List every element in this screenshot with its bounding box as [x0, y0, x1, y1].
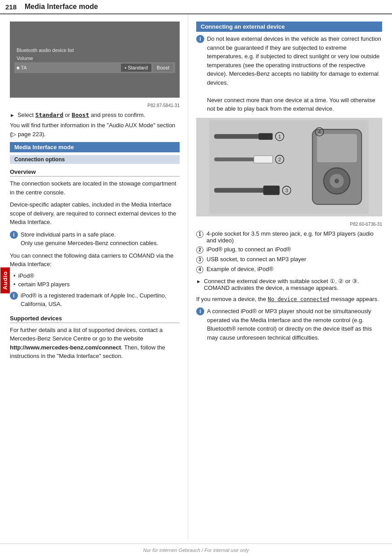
num-item-3-text: USB socket, to connect an MP3 player [207, 256, 306, 263]
overview-para2: Device-specific adapter cables, included… [10, 200, 180, 227]
svg-rect-10 [263, 185, 280, 195]
info-icon-3: i [196, 35, 204, 43]
num-circle-3: 3 [196, 256, 203, 263]
svg-rect-6 [254, 155, 273, 163]
num-circle-2: 2 [196, 246, 203, 254]
menu-row-ta: ■ TA • Standard Boost [14, 62, 175, 73]
svg-text:3: 3 [285, 188, 288, 193]
page-number: 218 [5, 3, 17, 11]
info-box-ipod-trademark: i iPod® is a registered trademark of App… [10, 291, 180, 309]
arrow-icon-1: ► [10, 112, 15, 118]
connect-socket-text: Connect the external device with suitabl… [204, 278, 359, 291]
info-text-1: Store individual parts in a safe place. … [21, 230, 180, 248]
svg-text:4: 4 [318, 129, 321, 134]
info-text-2: iPod® is a registered trademark of Apple… [21, 291, 180, 309]
subsection-header-connection: Connection options [10, 155, 180, 164]
devices-para: For further details and a list of suppor… [10, 326, 180, 361]
right-column: Connecting an external device i Do not l… [188, 14, 392, 541]
connection-image: 1 2 3 [196, 118, 382, 216]
header: 218 Media Interface mode [0, 0, 392, 14]
side-label: Audio [0, 267, 10, 293]
num-circle-1: 1 [196, 231, 203, 238]
num-item-4: 4 Example of device, iPod® [196, 266, 382, 273]
info-text-4: A connected iPod® or MP3 player should n… [207, 307, 382, 342]
header-title: Media Interface mode [25, 3, 98, 11]
svg-text:1: 1 [278, 134, 281, 139]
dot-icon-1: • [13, 272, 16, 279]
screenshot-image: Bluetooth audio device list Volume ■ TA … [10, 22, 180, 98]
bullet-mp3: • certain MP3 players [10, 281, 180, 288]
info-text-3: Do not leave external devices in the veh… [207, 34, 382, 113]
num-circle-4: 4 [196, 266, 203, 273]
numbered-list: 1 4-pole socket for 3.5 mm stereo jack, … [196, 230, 382, 273]
select-text: Select Standard or Boost and press to co… [17, 112, 145, 118]
right-image-caption: P82.60-6736-31 [196, 222, 382, 227]
num-item-1-text: 4-pole socket for 3.5 mm stereo jack, e.… [207, 230, 382, 244]
info-box-store: i Store individual parts in a safe place… [10, 230, 180, 248]
menu-row-volume: Volume [14, 54, 175, 62]
info-icon-4: i [196, 307, 204, 315]
menu-row-bluetooth: Bluetooth audio device list [14, 46, 175, 54]
num-item-3: 3 USB socket, to connect an MP3 player [196, 256, 382, 263]
side-label-container: Audio [0, 17, 10, 543]
footer: Nur für internen Gebrauch / For internal… [0, 543, 392, 556]
info-icon-1: i [10, 231, 18, 239]
bullet-ipod: • iPod® [10, 272, 180, 279]
info-box-no-leave: i Do not leave external devices in the v… [196, 34, 382, 113]
arrow-icon-2: ► [196, 279, 201, 284]
remove-device-para: If you remove a device, the No device co… [196, 295, 382, 304]
arrow-bullet-select: ► Select Standard or Boost and press to … [10, 112, 180, 118]
svg-rect-14 [317, 134, 357, 162]
num-item-1: 1 4-pole socket for 3.5 mm stereo jack, … [196, 230, 382, 244]
section-header-connecting: Connecting an external device [196, 22, 382, 32]
num-item-4-text: Example of device, iPod® [207, 266, 273, 272]
dot-icon-2: • [13, 281, 16, 288]
info-icon-2: i [10, 292, 18, 300]
left-column: Bluetooth audio device list Volume ■ TA … [0, 14, 188, 541]
subheading-supported-devices: Supported devices [10, 315, 180, 323]
left-image-caption: P82.87-5841-31 [10, 103, 180, 108]
section-header-media-interface: Media Interface mode [10, 142, 180, 152]
overview-para1: The connection sockets are located in th… [10, 179, 180, 197]
svg-point-17 [335, 179, 339, 183]
arrow-bullet-connect: ► Connect the external device with suita… [196, 278, 382, 291]
svg-rect-5 [214, 158, 256, 161]
svg-text:2: 2 [278, 157, 281, 162]
svg-rect-9 [214, 188, 266, 193]
num-item-2: 2 iPod® plug, to connect an iPod® [196, 246, 382, 254]
svg-rect-1 [214, 134, 261, 138]
subheading-overview: Overview [10, 168, 180, 177]
info-box-simultaneous: i A connected iPod® or MP3 player should… [196, 307, 382, 342]
svg-rect-2 [259, 133, 273, 140]
connect-para: You can connect the following data carri… [10, 251, 180, 269]
para-audio-aux: You will find further information in the… [10, 121, 180, 138]
main-content: Bluetooth audio device list Volume ■ TA … [0, 14, 392, 541]
num-item-2-text: iPod® plug, to connect an iPod® [207, 246, 291, 253]
